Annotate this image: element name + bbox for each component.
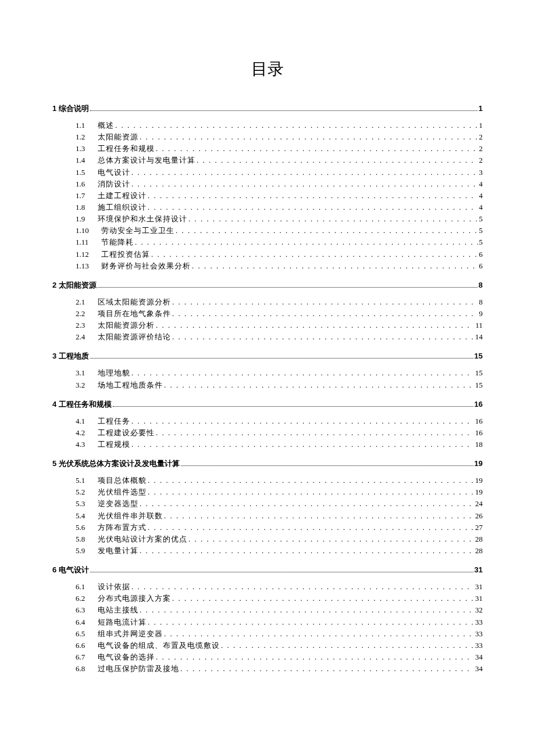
toc-sub-page: 5: [479, 213, 483, 225]
toc-sub-number: 1.10: [76, 225, 101, 237]
toc-sub-label: 场地工程地质条件: [98, 379, 163, 391]
toc-sub-row[interactable]: 1.11节能降耗. . . . . . . . . . . . . . . . …: [76, 237, 483, 248]
toc-leader: . . . . . . . . . . . . . . . . . . . . …: [197, 155, 478, 166]
toc-sub-row[interactable]: 5.4光伏组件串并联数. . . . . . . . . . . . . . .…: [76, 510, 483, 522]
toc-sub-number: 5.6: [76, 522, 98, 533]
toc-sub-row[interactable]: 1.6消防设计. . . . . . . . . . . . . . . . .…: [76, 178, 483, 190]
toc-leader: [90, 110, 477, 111]
toc-sub-row[interactable]: 1.9环境保护和水土保持设计. . . . . . . . . . . . . …: [76, 213, 483, 225]
toc-sub-row[interactable]: 2.2项目所在地气象条件. . . . . . . . . . . . . . …: [76, 308, 483, 320]
toc-sub-label: 工程任务和规模: [98, 143, 155, 155]
toc-sub-page: 15: [475, 379, 483, 391]
toc-chapter-row[interactable]: 1 综合说明1: [52, 103, 483, 114]
toc-sub-number: 1.3: [76, 143, 98, 155]
toc-sub-label: 太阳能资源分析: [98, 320, 155, 331]
toc-sub-label: 区域太阳能资源分析: [98, 296, 171, 308]
toc-sub-row[interactable]: 1.3工程任务和规模. . . . . . . . . . . . . . . …: [76, 143, 483, 155]
toc-leader: . . . . . . . . . . . . . . . . . . . . …: [164, 510, 474, 522]
toc-leader: . . . . . . . . . . . . . . . . . . . . …: [192, 260, 478, 272]
toc-sub-page: 2: [479, 143, 483, 155]
toc-sub-page: 4: [479, 190, 483, 202]
toc-sub-page: 28: [475, 545, 483, 557]
toc-sub-label: 电站主接线: [98, 604, 138, 616]
toc-sub-page: 27: [475, 522, 483, 533]
toc-sub-label: 电气设备的组成、布置及电缆敷设: [98, 640, 220, 651]
toc-leader: . . . . . . . . . . . . . . . . . . . . …: [180, 663, 474, 675]
toc-container: 1 综合说明11.1概述. . . . . . . . . . . . . . …: [52, 103, 483, 675]
toc-sub-page: 19: [475, 475, 483, 486]
toc-sub-row[interactable]: 1.4总体方案设计与发电量计算. . . . . . . . . . . . .…: [76, 155, 483, 166]
toc-sub-row[interactable]: 6.3电站主接线. . . . . . . . . . . . . . . . …: [76, 604, 483, 616]
toc-sub-number: 2.4: [76, 331, 98, 343]
toc-sub-label: 设计依据: [98, 581, 130, 593]
toc-sub-page: 8: [479, 296, 483, 308]
toc-leader: . . . . . . . . . . . . . . . . . . . . …: [188, 533, 474, 545]
toc-sub-row[interactable]: 3.1地理地貌. . . . . . . . . . . . . . . . .…: [76, 367, 483, 379]
toc-sub-label: 太阳能资源评价结论: [98, 331, 171, 343]
toc-sub-row[interactable]: 6.5组串式并网逆变器. . . . . . . . . . . . . . .…: [76, 628, 483, 640]
toc-sub-row[interactable]: 6.8过电压保护防雷及接地. . . . . . . . . . . . . .…: [76, 663, 483, 675]
toc-sub-page: 9: [479, 308, 483, 320]
toc-chapter-row[interactable]: 4 工程任务和规模16: [52, 399, 483, 410]
toc-sub-number: 5.3: [76, 498, 98, 510]
toc-leader: . . . . . . . . . . . . . . . . . . . . …: [172, 331, 474, 343]
toc-sub-row[interactable]: 4.1工程任务. . . . . . . . . . . . . . . . .…: [76, 415, 483, 427]
toc-sub-row[interactable]: 1.7土建工程设计. . . . . . . . . . . . . . . .…: [76, 190, 483, 202]
toc-sub-label: 财务评价与社会效果分析: [101, 260, 191, 272]
toc-sub-number: 1.7: [76, 190, 98, 202]
toc-leader: . . . . . . . . . . . . . . . . . . . . …: [172, 296, 478, 308]
toc-sub-row[interactable]: 2.3太阳能资源分析. . . . . . . . . . . . . . . …: [76, 320, 483, 331]
toc-sub-row[interactable]: 1.12工程投资估算. . . . . . . . . . . . . . . …: [76, 249, 483, 260]
toc-sub-row[interactable]: 6.6电气设备的组成、布置及电缆敷设. . . . . . . . . . . …: [76, 640, 483, 651]
toc-sub-row[interactable]: 4.2工程建设必要性. . . . . . . . . . . . . . . …: [76, 427, 483, 439]
toc-chapter-row[interactable]: 5 光伏系统总体方案设计及发电量计算19: [52, 458, 483, 469]
toc-sub-number: 1.1: [76, 120, 98, 131]
toc-sub-row[interactable]: 6.4短路电流计算. . . . . . . . . . . . . . . .…: [76, 617, 483, 628]
toc-sub-row[interactable]: 1.8施工组织设计. . . . . . . . . . . . . . . .…: [76, 202, 483, 213]
toc-sub-label: 电气设计: [98, 167, 130, 178]
toc-sub-number: 6.3: [76, 604, 98, 616]
toc-sub-row[interactable]: 2.4太阳能资源评价结论. . . . . . . . . . . . . . …: [76, 331, 483, 343]
toc-sub-row[interactable]: 1.5电气设计. . . . . . . . . . . . . . . . .…: [76, 167, 483, 178]
toc-sub-row[interactable]: 5.9发电量计算. . . . . . . . . . . . . . . . …: [76, 545, 483, 557]
toc-sub-row[interactable]: 6.2分布式电源接入方案. . . . . . . . . . . . . . …: [76, 593, 483, 604]
toc-sub-label: 方阵布置方式: [98, 522, 147, 533]
toc-sub-row[interactable]: 1.1概述. . . . . . . . . . . . . . . . . .…: [76, 120, 483, 131]
toc-sub-page: 6: [479, 260, 483, 272]
toc-leader: . . . . . . . . . . . . . . . . . . . . …: [156, 651, 474, 663]
toc-leader: . . . . . . . . . . . . . . . . . . . . …: [156, 143, 478, 155]
toc-sub-row[interactable]: 5.6方阵布置方式. . . . . . . . . . . . . . . .…: [76, 522, 483, 533]
toc-sub-row[interactable]: 6.7电气设备的选择. . . . . . . . . . . . . . . …: [76, 651, 483, 663]
toc-sub-row[interactable]: 5.8光伏电站设计方案的优点. . . . . . . . . . . . . …: [76, 533, 483, 545]
toc-chapter-row[interactable]: 2 太阳能资源8: [52, 280, 483, 291]
toc-sub-block: 6.1设计依据. . . . . . . . . . . . . . . . .…: [52, 581, 483, 675]
toc-sub-row[interactable]: 2.1区域太阳能资源分析. . . . . . . . . . . . . . …: [76, 296, 483, 308]
toc-sub-row[interactable]: 1.10劳动安全与工业卫生. . . . . . . . . . . . . .…: [76, 225, 483, 237]
toc-leader: . . . . . . . . . . . . . . . . . . . . …: [131, 581, 474, 593]
toc-chapter-row[interactable]: 3 工程地质15: [52, 351, 483, 361]
toc-leader: . . . . . . . . . . . . . . . . . . . . …: [140, 131, 478, 143]
toc-leader: . . . . . . . . . . . . . . . . . . . . …: [140, 545, 474, 557]
toc-sub-label: 工程规模: [98, 439, 130, 450]
toc-sub-label: 劳动安全与工业卫生: [101, 225, 174, 237]
toc-sub-row[interactable]: 5.1项目总体概貌. . . . . . . . . . . . . . . .…: [76, 475, 483, 486]
toc-sub-number: 1.6: [76, 178, 98, 190]
toc-leader: . . . . . . . . . . . . . . . . . . . . …: [135, 237, 478, 248]
toc-sub-row[interactable]: 5.2光伏组件选型. . . . . . . . . . . . . . . .…: [76, 486, 483, 498]
toc-sub-row[interactable]: 1.2太阳能资源. . . . . . . . . . . . . . . . …: [76, 131, 483, 143]
toc-sub-row[interactable]: 3.2场地工程地质条件. . . . . . . . . . . . . . .…: [76, 379, 483, 391]
toc-chapter-row[interactable]: 6 电气设计31: [52, 565, 483, 575]
toc-sub-row[interactable]: 5.3逆变器选型. . . . . . . . . . . . . . . . …: [76, 498, 483, 510]
toc-leader: . . . . . . . . . . . . . . . . . . . . …: [221, 640, 474, 651]
toc-leader: . . . . . . . . . . . . . . . . . . . . …: [148, 202, 478, 213]
toc-sub-page: 28: [475, 533, 483, 545]
toc-leader: . . . . . . . . . . . . . . . . . . . . …: [172, 308, 478, 320]
toc-sub-number: 6.8: [76, 663, 98, 675]
toc-chapter-label: 1 综合说明: [52, 103, 89, 114]
toc-sub-block: 4.1工程任务. . . . . . . . . . . . . . . . .…: [52, 415, 483, 450]
toc-sub-number: 3.1: [76, 367, 98, 379]
toc-sub-row[interactable]: 4.3工程规模. . . . . . . . . . . . . . . . .…: [76, 439, 483, 450]
toc-sub-row[interactable]: 1.13财务评价与社会效果分析. . . . . . . . . . . . .…: [76, 260, 483, 272]
toc-sub-row[interactable]: 6.1设计依据. . . . . . . . . . . . . . . . .…: [76, 581, 483, 593]
toc-sub-label: 地理地貌: [98, 367, 130, 379]
